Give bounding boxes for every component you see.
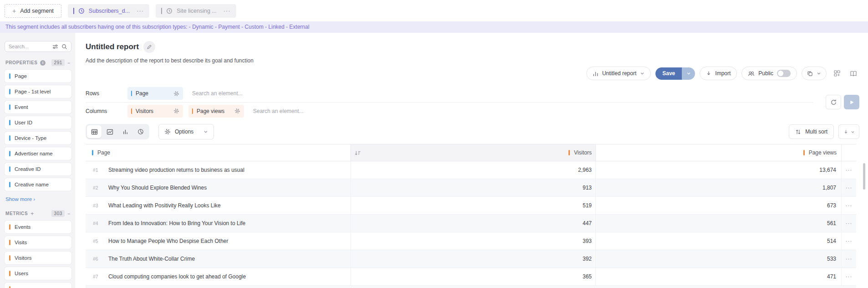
import-label: Import [715, 70, 731, 77]
row-menu-icon[interactable]: ··· [841, 197, 856, 214]
row-menu-icon[interactable]: ··· [841, 268, 856, 285]
metric-item-visitors[interactable]: Visitors [5, 252, 71, 264]
table-view-icon[interactable] [87, 125, 102, 138]
property-item-user-id[interactable]: User ID [5, 116, 71, 129]
visitors-value: 393 [350, 232, 595, 250]
rows-element-search-input[interactable] [192, 90, 274, 97]
rows-chip-page[interactable]: Page [127, 87, 183, 100]
row-menu-icon[interactable]: ··· [841, 215, 856, 232]
line-chart-view-icon[interactable] [102, 125, 117, 138]
row-rank: #6 [93, 256, 104, 262]
chip-settings-icon[interactable] [173, 91, 179, 97]
page-title: The Truth About White-Collar Crime [108, 256, 195, 262]
visitors-value: 392 [350, 250, 595, 267]
download-arrow-icon [706, 71, 711, 76]
metric-item-users[interactable]: Users [5, 267, 71, 280]
row-menu-icon[interactable]: ··· [841, 250, 856, 267]
columns-label: Columns [86, 108, 127, 114]
chip-settings-icon[interactable] [234, 108, 240, 114]
export-dropdown-button[interactable] [838, 124, 859, 139]
property-item-device-type[interactable]: Device - Type [5, 132, 71, 144]
chip-label: Page [136, 90, 170, 97]
property-label: Creative ID [15, 166, 41, 172]
metrics-section-header: METRICS + 303 − [5, 210, 71, 217]
page-title: How to Manage People Who Despise Each Ot… [108, 238, 228, 244]
table-row[interactable]: #5How to Manage People Who Despise Each … [86, 232, 856, 250]
add-to-dashboard-icon[interactable] [831, 67, 843, 79]
segment-chip-site-licensing[interactable]: Site licensing ... ··· [156, 4, 236, 18]
metric-label: Events [15, 224, 30, 230]
pie-chart-view-icon[interactable] [133, 125, 148, 138]
column-header-page[interactable]: Page [86, 144, 350, 161]
reset-button[interactable] [826, 95, 841, 109]
property-item-advertiser-name[interactable]: Advertiser name [5, 147, 71, 160]
property-accent [9, 120, 10, 125]
save-button[interactable]: Save [655, 67, 682, 80]
row-menu-icon[interactable]: ··· [841, 161, 856, 179]
docs-book-icon[interactable] [848, 67, 859, 79]
segment-menu-icon[interactable]: ··· [223, 7, 231, 14]
options-dropdown[interactable]: Options [158, 124, 214, 139]
duplicate-dropdown[interactable] [802, 67, 827, 80]
table-row[interactable]: #3What Leading with Positivity Really Lo… [86, 197, 856, 215]
segment-menu-icon[interactable]: ··· [137, 7, 144, 14]
search-input[interactable] [9, 44, 49, 49]
segment-chip-subscribers[interactable]: Subscribers_d... ··· [68, 4, 149, 18]
row-menu-icon[interactable]: ··· [841, 232, 856, 250]
table-row[interactable]: #4From Idea to Innovation: How to Bring … [86, 215, 856, 232]
table-row[interactable]: #6The Truth About White-Collar Crime 392… [86, 250, 856, 268]
info-icon[interactable]: i [40, 60, 46, 66]
property-item-page[interactable]: Page [5, 70, 71, 82]
multi-sort-button[interactable]: Multi sort [789, 124, 834, 139]
columns-element-search-input[interactable] [253, 108, 335, 114]
collapse-icon[interactable]: − [67, 211, 71, 216]
edit-title-button[interactable] [143, 41, 155, 53]
metric-accent [9, 224, 10, 230]
column-header-page-views[interactable]: Page views [595, 144, 841, 161]
filter-icon[interactable] [52, 44, 58, 50]
property-item-creative-name[interactable]: Creative name [5, 178, 71, 191]
columns-chip-page-views[interactable]: Page views [188, 105, 244, 118]
multi-sort-label: Multi sort [805, 129, 827, 135]
property-item-page-1st-level[interactable]: Page - 1st level [5, 85, 71, 98]
sort-desc-icon[interactable] [355, 150, 361, 156]
table-row[interactable]: #1Streaming video production returns to … [86, 161, 856, 179]
metric-item-events[interactable]: Events [5, 221, 71, 233]
public-toggle-group[interactable]: Public [741, 67, 797, 80]
search-icon[interactable] [61, 44, 67, 50]
property-accent [9, 135, 10, 141]
segment-clock-icon [166, 8, 173, 14]
show-more-link[interactable]: Show more › [5, 196, 35, 202]
add-segment-button[interactable]: + Add segment [5, 4, 61, 18]
chip-label: Visitors [136, 108, 170, 114]
report-description: Add the description of the report to bes… [86, 57, 868, 64]
save-split-button[interactable]: Save [655, 67, 695, 80]
sidebar-search-box[interactable] [5, 41, 71, 52]
segment-label: Site licensing ... [177, 8, 217, 14]
bar-chart-view-icon[interactable] [118, 125, 132, 138]
add-metric-icon[interactable]: + [30, 211, 34, 217]
public-toggle[interactable] [777, 70, 791, 77]
property-label: Page - 1st level [15, 89, 51, 94]
page-title: From Idea to Innovation: How to Bring Yo… [108, 220, 245, 226]
columns-chip-visitors[interactable]: Visitors [127, 105, 183, 118]
import-button[interactable]: Import [700, 67, 737, 80]
property-item-event[interactable]: Event [5, 101, 71, 113]
visitors-value: 2,963 [350, 161, 595, 179]
table-row[interactable]: #2Why You Should Explore Blended Wines 9… [86, 179, 856, 197]
chip-settings-icon[interactable] [173, 108, 179, 114]
property-item-creative-id[interactable]: Creative ID [5, 163, 71, 175]
save-dropdown-button[interactable] [682, 67, 695, 80]
metric-label: Visitors [15, 255, 32, 261]
segment-bar: + Add segment Subscribers_d... ··· Site … [0, 0, 868, 21]
collapse-icon[interactable]: − [67, 60, 71, 66]
vertical-scrollbar[interactable] [863, 163, 865, 190]
run-report-button[interactable] [844, 95, 859, 109]
plus-icon: + [12, 8, 16, 14]
table-row[interactable]: #7Cloud computing companies look to get … [86, 268, 856, 286]
column-header-visitors[interactable]: Visitors [350, 144, 595, 161]
metric-item-visits[interactable]: Visits [5, 236, 71, 249]
metric-item-partial[interactable] [5, 283, 71, 288]
row-menu-icon[interactable]: ··· [841, 179, 856, 196]
report-selector-dropdown[interactable]: Untitled report [586, 67, 651, 80]
